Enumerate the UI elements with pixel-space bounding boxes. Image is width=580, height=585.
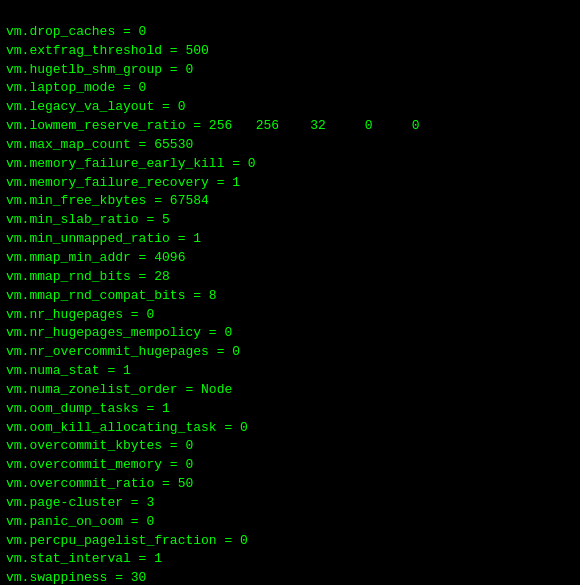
terminal-line: vm.drop_caches = 0 [6, 23, 574, 42]
terminal-line: vm.legacy_va_layout = 0 [6, 98, 574, 117]
terminal-line: vm.min_unmapped_ratio = 1 [6, 230, 574, 249]
terminal-line: vm.overcommit_kbytes = 0 [6, 437, 574, 456]
terminal-line: vm.mmap_rnd_bits = 28 [6, 268, 574, 287]
terminal-line: vm.numa_stat = 1 [6, 362, 574, 381]
terminal-line: vm.swappiness = 30 [6, 569, 574, 585]
terminal-line: vm.oom_kill_allocating_task = 0 [6, 419, 574, 438]
terminal-output: vm.drop_caches = 0vm.extfrag_threshold =… [6, 4, 574, 585]
terminal-line: vm.nr_overcommit_hugepages = 0 [6, 343, 574, 362]
terminal-line: vm.oom_dump_tasks = 1 [6, 400, 574, 419]
terminal-line: vm.lowmem_reserve_ratio = 256 256 32 0 0 [6, 117, 574, 136]
terminal-line: vm.page-cluster = 3 [6, 494, 574, 513]
terminal-line: vm.percpu_pagelist_fraction = 0 [6, 532, 574, 551]
terminal-line: vm.memory_failure_recovery = 1 [6, 174, 574, 193]
terminal-line: vm.nr_hugepages = 0 [6, 306, 574, 325]
terminal-line: vm.stat_interval = 1 [6, 550, 574, 569]
terminal-line: vm.min_free_kbytes = 67584 [6, 192, 574, 211]
terminal-line: vm.panic_on_oom = 0 [6, 513, 574, 532]
terminal-line: vm.max_map_count = 65530 [6, 136, 574, 155]
terminal-line: vm.memory_failure_early_kill = 0 [6, 155, 574, 174]
terminal-line: vm.laptop_mode = 0 [6, 79, 574, 98]
terminal-line: vm.mmap_min_addr = 4096 [6, 249, 574, 268]
terminal-line: vm.overcommit_ratio = 50 [6, 475, 574, 494]
terminal-line: vm.overcommit_memory = 0 [6, 456, 574, 475]
terminal-line: vm.numa_zonelist_order = Node [6, 381, 574, 400]
terminal-line: vm.mmap_rnd_compat_bits = 8 [6, 287, 574, 306]
terminal-line: vm.hugetlb_shm_group = 0 [6, 61, 574, 80]
terminal-line: vm.extfrag_threshold = 500 [6, 42, 574, 61]
terminal-line: vm.nr_hugepages_mempolicy = 0 [6, 324, 574, 343]
terminal-line: vm.min_slab_ratio = 5 [6, 211, 574, 230]
